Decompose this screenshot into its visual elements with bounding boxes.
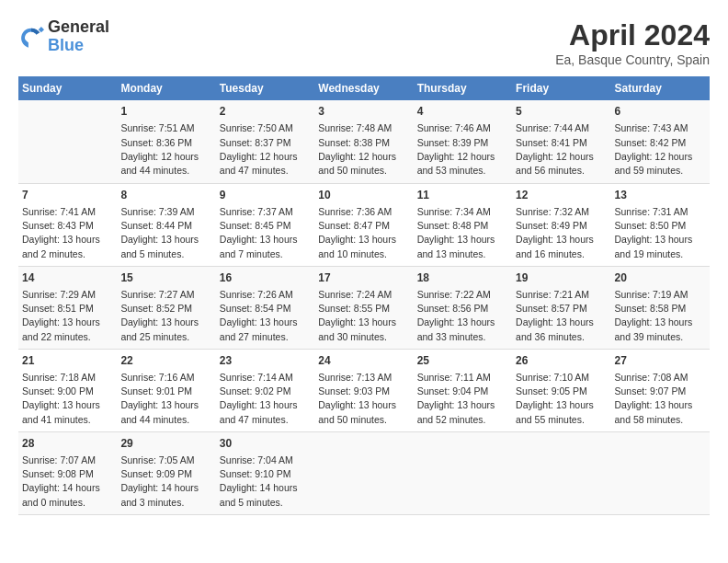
- day-info: Sunrise: 7:18 AM: [22, 371, 113, 385]
- day-info: Sunset: 8:42 PM: [615, 136, 706, 150]
- column-header-friday: Friday: [512, 76, 610, 100]
- day-info: Sunset: 8:55 PM: [318, 302, 409, 316]
- day-info: Sunset: 8:41 PM: [516, 136, 607, 150]
- day-number: 3: [318, 104, 409, 120]
- day-info: Sunrise: 7:24 AM: [318, 288, 409, 302]
- day-number: 19: [516, 270, 607, 286]
- day-info: and 58 minutes.: [615, 413, 706, 427]
- cell-week1-day5: 4Sunrise: 7:46 AMSunset: 8:39 PMDaylight…: [414, 100, 512, 183]
- day-info: and 0 minutes.: [22, 496, 113, 510]
- day-info: Sunset: 8:48 PM: [417, 219, 508, 233]
- day-info: Sunrise: 7:44 AM: [516, 121, 607, 135]
- day-info: Sunrise: 7:14 AM: [220, 371, 311, 385]
- day-info: Daylight: 13 hours: [615, 316, 706, 329]
- day-number: 5: [516, 104, 607, 120]
- day-info: Daylight: 13 hours: [516, 233, 607, 247]
- day-info: Daylight: 13 hours: [615, 398, 706, 412]
- cell-week4-day4: 24Sunrise: 7:13 AMSunset: 9:03 PMDayligh…: [314, 349, 413, 431]
- day-info: Sunset: 8:50 PM: [615, 219, 706, 233]
- day-number: 12: [516, 188, 607, 203]
- cell-week4-day7: 27Sunrise: 7:08 AMSunset: 9:07 PMDayligh…: [611, 349, 710, 431]
- cell-week4-day6: 26Sunrise: 7:10 AMSunset: 9:05 PMDayligh…: [512, 349, 610, 431]
- day-number: 28: [22, 436, 113, 452]
- day-number: 11: [417, 188, 508, 203]
- day-info: Daylight: 13 hours: [615, 233, 706, 247]
- day-info: Sunrise: 7:50 AM: [220, 121, 311, 135]
- day-info: and 52 minutes.: [417, 413, 508, 427]
- day-info: Sunrise: 7:41 AM: [22, 205, 113, 219]
- day-info: Sunset: 8:38 PM: [318, 136, 409, 150]
- cell-week1-day2: 1Sunrise: 7:51 AMSunset: 8:36 PMDaylight…: [117, 100, 215, 183]
- day-info: and 30 minutes.: [318, 330, 409, 344]
- cell-week5-day3: 30Sunrise: 7:04 AMSunset: 9:10 PMDayligh…: [216, 431, 314, 514]
- day-info: Sunset: 9:04 PM: [417, 385, 508, 398]
- day-info: Sunrise: 7:16 AM: [120, 371, 211, 385]
- day-number: 15: [120, 270, 211, 286]
- day-info: Sunset: 8:44 PM: [120, 219, 211, 233]
- day-info: Sunrise: 7:51 AM: [120, 121, 211, 135]
- day-info: and 27 minutes.: [220, 330, 311, 344]
- day-info: Daylight: 13 hours: [417, 233, 508, 247]
- day-info: and 5 minutes.: [120, 247, 211, 261]
- cell-week3-day1: 14Sunrise: 7:29 AMSunset: 8:51 PMDayligh…: [18, 266, 117, 349]
- day-info: Sunset: 8:45 PM: [220, 219, 311, 233]
- week-row-1: 1Sunrise: 7:51 AMSunset: 8:36 PMDaylight…: [18, 100, 710, 183]
- day-number: 23: [220, 353, 311, 369]
- day-info: and 19 minutes.: [615, 247, 706, 261]
- day-info: Daylight: 13 hours: [220, 398, 311, 412]
- day-info: Sunrise: 7:36 AM: [318, 205, 409, 219]
- week-row-4: 21Sunrise: 7:18 AMSunset: 9:00 PMDayligh…: [18, 349, 710, 431]
- day-info: Daylight: 13 hours: [220, 233, 311, 247]
- cell-week5-day6: [512, 431, 610, 514]
- day-info: Daylight: 13 hours: [318, 316, 409, 329]
- day-info: Daylight: 13 hours: [120, 316, 211, 329]
- day-info: Daylight: 13 hours: [318, 233, 409, 247]
- day-info: Daylight: 13 hours: [417, 316, 508, 329]
- column-header-tuesday: Tuesday: [216, 76, 314, 100]
- day-number: 2: [220, 104, 311, 120]
- day-number: 8: [120, 188, 211, 203]
- title-section: April 2024 Ea, Basque Country, Spain: [555, 18, 710, 67]
- logo-line2: Blue: [48, 37, 109, 55]
- day-number: 7: [22, 188, 113, 203]
- week-row-5: 28Sunrise: 7:07 AMSunset: 9:08 PMDayligh…: [18, 431, 710, 514]
- cell-week5-day7: [611, 431, 710, 514]
- day-info: and 55 minutes.: [516, 413, 607, 427]
- cell-week3-day2: 15Sunrise: 7:27 AMSunset: 8:52 PMDayligh…: [117, 266, 215, 349]
- cell-week3-day4: 17Sunrise: 7:24 AMSunset: 8:55 PMDayligh…: [314, 266, 413, 349]
- day-info: Sunset: 8:51 PM: [22, 302, 113, 316]
- day-info: Sunrise: 7:07 AM: [22, 454, 113, 467]
- day-info: Daylight: 13 hours: [22, 233, 113, 247]
- day-info: Daylight: 13 hours: [22, 398, 113, 412]
- day-info: Sunset: 9:02 PM: [220, 385, 311, 398]
- day-info: Sunrise: 7:37 AM: [220, 205, 311, 219]
- day-info: Daylight: 14 hours: [22, 481, 113, 495]
- day-info: Sunset: 9:01 PM: [120, 385, 211, 398]
- day-number: 13: [615, 188, 706, 203]
- day-info: Sunset: 8:58 PM: [615, 302, 706, 316]
- week-row-2: 7Sunrise: 7:41 AMSunset: 8:43 PMDaylight…: [18, 183, 710, 266]
- day-info: Daylight: 12 hours: [516, 150, 607, 164]
- day-info: and 47 minutes.: [220, 164, 311, 178]
- day-info: Sunset: 9:00 PM: [22, 385, 113, 398]
- day-info: Daylight: 13 hours: [22, 316, 113, 329]
- day-info: and 44 minutes.: [120, 164, 211, 178]
- day-info: Sunrise: 7:10 AM: [516, 371, 607, 385]
- cell-week1-day3: 2Sunrise: 7:50 AMSunset: 8:37 PMDaylight…: [216, 100, 314, 183]
- day-info: Daylight: 13 hours: [318, 398, 409, 412]
- cell-week2-day1: 7Sunrise: 7:41 AMSunset: 8:43 PMDaylight…: [18, 183, 117, 266]
- cell-week5-day4: [314, 431, 413, 514]
- column-header-wednesday: Wednesday: [314, 76, 413, 100]
- day-info: and 50 minutes.: [318, 413, 409, 427]
- day-info: Sunrise: 7:32 AM: [516, 205, 607, 219]
- day-info: and 33 minutes.: [417, 330, 508, 344]
- day-info: Sunrise: 7:04 AM: [220, 454, 311, 467]
- day-info: Sunset: 9:07 PM: [615, 385, 706, 398]
- day-info: Daylight: 13 hours: [220, 316, 311, 329]
- day-number: 24: [318, 353, 409, 369]
- day-number: 26: [516, 353, 607, 369]
- cell-week4-day1: 21Sunrise: 7:18 AMSunset: 9:00 PMDayligh…: [18, 349, 117, 431]
- day-number: 16: [220, 270, 311, 286]
- day-info: and 44 minutes.: [120, 413, 211, 427]
- day-info: Sunset: 9:08 PM: [22, 467, 113, 481]
